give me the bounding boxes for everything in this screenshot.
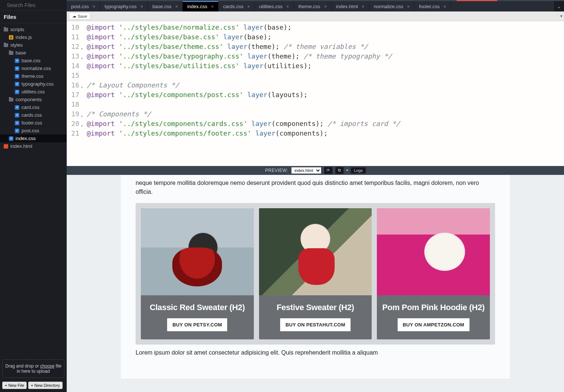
code-line[interactable]: @import '../styles/components/cards.css'… [87,119,564,129]
product-card: Classic Red Sweater (H2)BUY ON PETSY.COM [141,208,254,339]
tree-item-label: base [16,50,26,56]
cards-container: Classic Red Sweater (H2)BUY ON PETSY.COM… [136,203,495,345]
close-icon[interactable]: × [93,4,96,9]
new-directory-button[interactable]: + New Directory [28,382,63,389]
buy-button[interactable]: BUY ON AMPETZON.COM [398,318,470,331]
toolbar-dropdown-icon[interactable]: ▾ [560,14,563,19]
file-item[interactable]: ()index.js [0,33,67,41]
close-icon[interactable]: × [443,4,446,9]
editor-tab[interactable]: cards.css× [219,1,255,11]
code-line[interactable]: @import '../styles/base/theme.css' layer… [87,42,564,52]
file-item[interactable]: #card.css [0,103,67,111]
file-item[interactable]: #normalize.css [0,64,67,72]
save-button[interactable]: ☁ Save [69,13,90,20]
file-item[interactable]: #base.css [0,57,67,64]
editor-tab[interactable]: post.css× [67,1,100,11]
line-number: 20 [67,119,79,129]
code-line[interactable]: @import '../styles/components/post.css' … [87,90,564,100]
dropzone[interactable]: Drag and drop or choose file in here to … [2,359,64,378]
tabs-overflow-icon[interactable]: ⌄ [554,1,564,11]
files-header: Files [0,11,67,23]
search-bar [0,0,67,11]
tab-label: base.css [152,4,171,9]
main-area: post.css×typography.css×base.css×index.c… [67,0,564,392]
editor-tabs: post.css×typography.css×base.css×index.c… [67,1,564,11]
folder-item[interactable]: base [0,49,67,57]
folder-icon [4,28,8,31]
buy-button[interactable]: BUY ON PESTAHUT.COM [280,318,350,331]
editor-tab[interactable]: typography.css× [100,1,148,11]
editor-tab[interactable]: base.css× [148,1,183,11]
code-line[interactable]: /* Layout Components */ [87,80,564,90]
code-line[interactable]: @import '../styles/base/normalize.css' l… [87,23,564,32]
line-number: 10 [67,23,79,32]
code-line[interactable]: @import '../styles/components/footer.css… [87,129,564,138]
open-external-button[interactable]: ⧉ [335,167,344,174]
tree-item-label: index.js [16,34,32,40]
file-type-icon: # [15,90,19,94]
close-icon[interactable]: × [324,4,327,9]
file-type-icon: # [9,136,13,141]
code-line[interactable]: /* Components */ [87,109,564,119]
choose-file-link[interactable]: choose [40,363,54,369]
card-title: Pom Pom Pink Hoodie (H2) [381,303,486,312]
close-icon[interactable]: × [175,4,178,9]
editor-tab[interactable]: theme.css× [294,1,332,11]
new-file-button[interactable]: + New File [2,382,27,389]
editor-tab[interactable]: index.html× [332,1,369,11]
code-line[interactable]: @import '../styles/base/base.css' layer(… [87,32,564,42]
search-input[interactable] [7,2,72,8]
folder-item[interactable]: styles [0,41,67,49]
preview-file-select[interactable]: index.html [291,167,321,174]
code-line[interactable]: @import '../styles/base/utilities.css' l… [87,61,564,71]
close-icon[interactable]: × [140,4,143,9]
file-type-icon: # [15,129,19,133]
folder-item[interactable]: components [0,96,67,103]
tree-item-label: scripts [10,27,24,32]
save-label: Save [78,14,87,19]
line-number: 12 [67,42,79,52]
card-image [259,208,372,295]
tree-item-label: footer.css [21,120,42,126]
file-item[interactable]: #utilities.css [0,88,67,96]
file-item[interactable]: #typography.css [0,80,67,88]
close-icon[interactable]: × [247,4,250,9]
editor-tab[interactable]: utilities.css× [255,1,294,11]
tab-label: footer.css [419,4,440,9]
preview-bar: PREVIEW: index.html ⟳ ⧉ • Logs [67,166,564,175]
code-editor[interactable]: 101112131415161718192021 @import '../sty… [67,21,564,166]
close-icon[interactable]: × [211,4,214,9]
file-item[interactable]: #footer.css [0,119,67,127]
buy-button[interactable]: BUY ON PETSY.COM [167,318,227,331]
dropzone-text-prefix: Drag and drop or [5,363,40,369]
preview-pane[interactable]: neque tempore mollitia doloremque nemo d… [67,175,564,392]
code-content[interactable]: @import '../styles/base/normalize.css' l… [82,21,564,166]
separator-dot: • [346,168,348,173]
code-line[interactable] [87,71,564,80]
tree-item-label: base.css [21,58,40,63]
tree-item-label: cards.css [21,112,42,118]
file-item[interactable]: #post.css [0,127,67,134]
tab-label: theme.css [298,4,320,9]
file-item[interactable]: index.html [0,142,67,150]
close-icon[interactable]: × [286,4,289,9]
editor-tab[interactable]: index.css× [183,1,219,11]
file-item[interactable]: #theme.css [0,72,67,80]
folder-item[interactable]: scripts [0,26,67,33]
editor-tab[interactable]: normalize.css× [369,1,415,11]
editor-tab[interactable]: footer.css× [415,1,451,11]
line-number: 14 [67,61,79,71]
editor-toolbar: ☁ Save ▾ [67,11,564,21]
refresh-button[interactable]: ⟳ [324,167,332,174]
code-line[interactable]: @import '../styles/base/typography.css' … [87,52,564,61]
top-accent-bar [67,0,564,1]
file-item[interactable]: #index.css [0,134,67,142]
file-item[interactable]: #cards.css [0,111,67,119]
code-line[interactable] [87,100,564,109]
card-image [377,208,490,295]
logs-button[interactable]: Logs [351,167,366,173]
tree-item-label: normalize.css [21,66,51,71]
close-icon[interactable]: × [362,4,365,9]
line-number: 17 [67,90,79,100]
close-icon[interactable]: × [407,4,410,9]
